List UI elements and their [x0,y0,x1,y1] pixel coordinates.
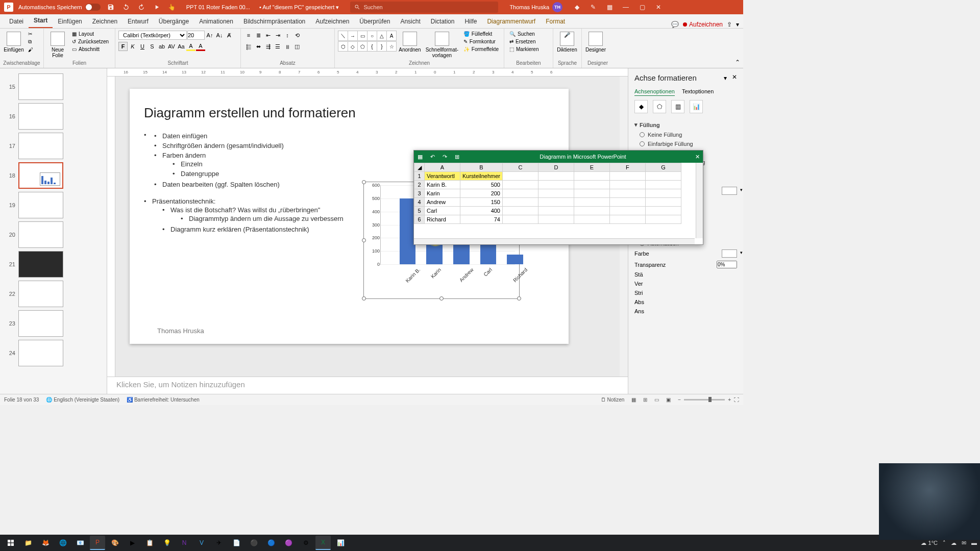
bold-button[interactable]: F [118,42,128,51]
tab-datei[interactable]: Datei [4,15,29,28]
shape-line-icon[interactable]: ＼ [338,31,348,41]
line-color-row[interactable]: Farbe [634,248,737,259]
maximize-icon[interactable]: ▢ [637,2,647,12]
shapes-gallery[interactable]: ＼→▭○△A ⬡◇⬠{}☆ [338,31,396,52]
grow-font-icon[interactable]: A↑ [205,31,214,40]
minimize-icon[interactable]: — [621,2,631,12]
view-normal-icon[interactable]: ▦ [631,397,636,403]
search-input[interactable] [363,4,494,10]
sheet-close-button[interactable]: ✕ [695,154,700,160]
zoom-slider[interactable] [684,399,725,400]
search-box[interactable] [350,2,498,13]
thumb-24[interactable]: 24 [6,340,107,366]
reset-button[interactable]: ↺ Zurücksetzen [70,38,111,45]
saved-location[interactable]: • Auf "diesem PC" gespeichert ▾ [259,4,339,11]
color-picker-icon[interactable] [722,187,737,195]
underline-button[interactable]: U [138,42,147,51]
autosave-toggle[interactable]: Automatisches Speichern [18,4,101,11]
fit-to-window-icon[interactable]: ⛶ [734,397,739,403]
view-reading-icon[interactable]: ▭ [654,397,659,403]
dictate-button[interactable]: 🎤Diktieren [556,31,578,54]
color-picker-icon[interactable] [722,249,737,258]
find-button[interactable]: 🔍 Suchen [507,31,541,37]
shadow-button[interactable]: ab [157,42,166,51]
select-all-cell[interactable]: ◢ [414,163,425,172]
fill-solid[interactable]: Einfarbige Füllung [634,139,737,148]
shape-arrow-icon[interactable]: → [348,31,358,41]
numbering-button[interactable]: ≣ [254,31,263,40]
case-button[interactable]: Aa [177,42,186,51]
thumb-19[interactable]: 19 [6,192,107,218]
tab-entwurf[interactable]: Entwurf [122,15,154,28]
tab-diagrammentwurf[interactable]: Diagrammentwurf [482,15,541,28]
thumb-16[interactable]: 16 [6,103,107,130]
tab-uebergaenge[interactable]: Übergänge [154,15,194,28]
sheet-titlebar[interactable]: ▦ ↶ ↷ ⊞ Diagramm in Microsoft PowerPoint… [414,151,703,163]
view-slideshow-icon[interactable]: ▣ [666,397,671,403]
thumb-22[interactable]: 22 [6,281,107,307]
fill-section[interactable]: ▾ Füllung [634,119,737,130]
effects-icon[interactable]: ⬠ [653,100,666,113]
slide-thumbnails[interactable]: 15 16 17 18 19 20 21 22 23 24 [0,68,107,394]
notes-toggle[interactable]: 🗒 Notizen [601,397,625,403]
slide-title[interactable]: Diagramm erstellen und formatieren [144,105,554,121]
diamond-icon[interactable]: ◆ [572,2,582,12]
sheet-redo-icon[interactable]: ↷ [438,154,451,160]
effects-button[interactable]: ✨ Formeffekte [461,46,501,53]
designer-button[interactable]: Designer [585,31,606,54]
shape-rect-icon[interactable]: ▭ [357,31,368,41]
record-button[interactable]: Aufzeichnen [683,21,723,28]
thumb-17[interactable]: 17 [6,133,107,159]
section-button[interactable]: ▭ Abschnitt [70,46,111,53]
pane-close-button[interactable]: ✕ [732,73,737,81]
outline-button[interactable]: ✎ Formkontur [461,38,501,45]
tab-text-options[interactable]: Textoptionen [682,87,714,96]
horizontal-ruler[interactable]: 161514131211109876543210123456 [107,68,628,77]
thumb-20[interactable]: 20 [6,221,107,248]
zoom-in-icon[interactable]: + [728,397,731,403]
arrange-button[interactable]: Anordnen [397,31,423,54]
font-color-button[interactable]: A [196,42,205,51]
format-painter-button[interactable]: 🖌 [26,46,35,53]
touch-mode-icon[interactable]: 👆 [167,2,177,12]
line-spacing-button[interactable]: ↕ [283,31,292,40]
tab-ansicht[interactable]: Ansicht [395,15,425,28]
comments-icon[interactable]: 💬 [671,21,679,28]
accessibility-status[interactable]: ♿ Barrierefreiheit: Untersuchen [127,397,200,403]
fill-button[interactable]: 🪣 Fülleffekt [461,31,501,37]
redo-icon[interactable] [136,2,146,12]
quickstyles-button[interactable]: Schnellformat-vorlagen [424,31,460,59]
tab-dictation[interactable]: Dictation [426,15,460,28]
clear-format-icon[interactable]: A̸ [225,31,234,40]
paste-button[interactable]: Einfügen [3,31,24,54]
shape-oval-icon[interactable]: ○ [367,31,377,41]
slide-position[interactable]: Folie 18 von 33 [4,397,39,403]
language-status[interactable]: 🌐 Englisch (Vereinigte Staaten) [46,397,119,403]
save-icon[interactable] [106,2,116,12]
collapse-ribbon-icon[interactable]: ⌃ [735,59,740,66]
align-left-button[interactable]: ⬱ [244,42,253,51]
shape-tri-icon[interactable]: △ [377,31,387,41]
select-button[interactable]: ⬚ Markieren [507,46,541,53]
font-family-select[interactable]: Calibri (Textkörper) [118,31,187,40]
vertical-ruler[interactable] [107,77,115,377]
account-button[interactable]: Thomas Hruska TH [509,2,562,12]
tab-aufzeichnen[interactable]: Aufzeichnen [310,15,354,28]
highlight-color-button[interactable]: A [186,42,195,51]
spacing-button[interactable]: AV [167,42,176,51]
pen-ink-icon[interactable]: ✎ [588,2,598,12]
sheet-v-scrollbar[interactable] [696,163,703,238]
align-center-button[interactable]: ⬌ [254,42,263,51]
thumb-18[interactable]: 18 [6,162,107,189]
cut-button[interactable]: ✂ [26,31,35,37]
smartart-button[interactable]: ◫ [292,42,302,51]
view-sorter-icon[interactable]: ⊞ [643,397,647,403]
close-icon[interactable]: ✕ [653,2,664,12]
thumb-15[interactable]: 15 [6,73,107,100]
notes-pane[interactable]: Klicken Sie, um Notizen hinzuzufügen [107,377,628,394]
fill-line-icon[interactable]: ◆ [634,100,648,113]
chevron-down-icon[interactable]: ▾ [736,21,739,28]
zoom-out-icon[interactable]: − [678,397,681,403]
increase-indent-button[interactable]: ⇥ [273,31,282,40]
shape-text-icon[interactable]: A [386,31,397,41]
